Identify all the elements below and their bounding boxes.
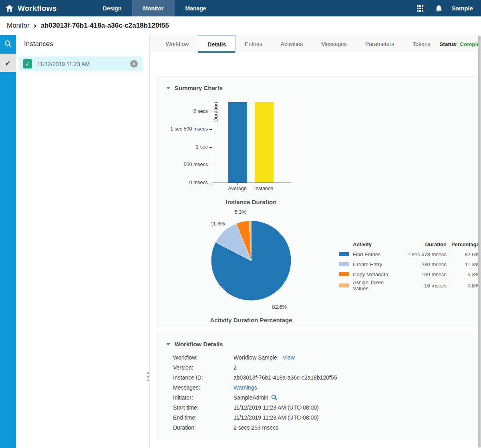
instance-list-item[interactable]: ✓ 11/12/2019 11:23 AM ✕	[19, 56, 143, 71]
legend-duration: 1 sec 678 msecs	[394, 251, 447, 257]
checkmark-icon: ✓	[5, 58, 11, 67]
nav-item-manage[interactable]: Manage	[175, 0, 217, 16]
breadcrumb-instance-id: ab03013f-76b1-418a-a36c-c2a18b120f55	[41, 22, 169, 30]
legend-percentage: 82.6%	[447, 251, 479, 257]
summary-charts-header[interactable]: Summary Charts	[158, 77, 477, 91]
pie-slice-label: 5.3%	[234, 209, 246, 215]
legend-swatch-assign-token-values	[339, 283, 349, 287]
warnings-link[interactable]: Warnings	[233, 384, 257, 391]
pie-slice-label: 11.3%	[211, 221, 225, 227]
legend-percentage: 11.3%	[447, 261, 479, 267]
detail-value: 2	[233, 364, 237, 371]
detail-value-text: 2	[233, 364, 237, 371]
legend-header-percentage: Percentage	[447, 241, 479, 247]
detail-tab-bar: Workflow Details Entries Activities Mess…	[150, 35, 481, 53]
legend-swatch-cell	[339, 251, 353, 257]
bar-chart-title: Instance Duration	[163, 199, 339, 205]
instance-duration-bar-chart: Duration 0 msecs500 msecs1 sec1 sec 500 …	[163, 101, 339, 194]
notifications-bell-icon[interactable]	[435, 5, 442, 12]
bar-average	[228, 102, 247, 183]
legend-duration: 109 msecs	[394, 271, 447, 277]
legend-row-find-entries: Find Entries1 sec 678 msecs82.6%	[339, 249, 479, 259]
y-tick-label: 1 sec 500 msecs	[163, 126, 208, 132]
detail-value-text: 2 secs 253 msecs	[233, 424, 278, 431]
vertical-scrollbar	[478, 35, 481, 448]
panel-splitter[interactable]	[146, 35, 150, 448]
detail-value: ab03013f-76b1-418a-a36c-c2a18b120f55	[233, 374, 337, 381]
bar-chart-y-axis-label: Duration	[213, 102, 219, 122]
nav-item-design[interactable]: Design	[92, 0, 133, 16]
view-link[interactable]: View	[283, 354, 295, 361]
instance-timestamp: 11/12/2019 11:23 AM	[37, 61, 90, 67]
detail-value: Workflow SampleView	[233, 354, 295, 361]
left-toolbar-rail: ✓	[0, 35, 16, 448]
detail-value-text: Workflow Sample	[233, 354, 277, 361]
tab-tokens[interactable]: Tokens	[403, 35, 439, 53]
bar-chart-plot-area	[212, 101, 291, 183]
y-tick-label: 0 msecs	[163, 180, 208, 185]
x-tick-mark	[237, 183, 238, 185]
bar-instance	[255, 102, 274, 183]
summary-charts-title: Summary Charts	[175, 84, 223, 91]
detail-label: Messages:	[173, 384, 233, 391]
detail-row-start-time: Start time:11/12/2019 11:23 AM (UTC-08:0…	[158, 402, 477, 412]
legend-swatch-cell	[339, 271, 353, 277]
initiator-search-icon[interactable]	[271, 394, 278, 401]
scrollbar-thumb[interactable]	[478, 36, 481, 448]
detail-label: Initiator:	[173, 394, 233, 401]
search-icon	[4, 40, 12, 49]
search-tool-button[interactable]	[0, 35, 16, 54]
y-tick-mark	[209, 129, 212, 130]
workflow-details-header[interactable]: Workflow Details	[158, 333, 477, 348]
detail-value: SampleAdmin	[233, 394, 278, 401]
instance-checkbox[interactable]: ✓	[23, 59, 32, 68]
legend-duration: 16 msecs	[394, 283, 447, 289]
legend-swatch-find-entries	[339, 252, 349, 256]
remove-instance-icon[interactable]: ✕	[130, 60, 138, 68]
y-tick-mark	[209, 147, 212, 148]
app-grid-icon[interactable]	[417, 5, 423, 12]
detail-value-text: 11/12/2019 11:23 AM (UTC-08:00)	[233, 414, 319, 421]
nav-item-monitor[interactable]: Monitor	[132, 0, 174, 16]
x-axis-end-tick	[291, 183, 291, 185]
completed-filter-button[interactable]: ✓	[0, 54, 16, 72]
splitter-handle-icon[interactable]	[147, 372, 149, 383]
pie-slice-label: 82.6%	[272, 304, 287, 310]
collapse-caret-icon	[166, 87, 170, 89]
status-label: Status:	[440, 41, 458, 47]
breadcrumb-section[interactable]: Monitor	[7, 22, 30, 30]
tab-entries[interactable]: Entries	[235, 35, 272, 53]
tab-workflow[interactable]: Workflow	[157, 35, 198, 53]
legend-activity-name: Find Entries	[353, 251, 394, 257]
legend-percentage: 5.3%	[447, 271, 479, 277]
legend-row-copy-metadata: Copy Metadata109 msecs5.3%	[339, 269, 479, 279]
detail-row-version: Version:2	[158, 362, 477, 372]
legend-activity-name: Create Entry	[353, 261, 394, 267]
tab-parameters[interactable]: Parameters	[356, 35, 403, 53]
home-icon[interactable]	[6, 5, 13, 12]
top-navbar: Workflows Design Monitor Manage Sample	[0, 0, 481, 16]
detail-value-text: SampleAdmin	[233, 394, 268, 401]
detail-value: 11/12/2019 11:23 AM (UTC-08:00)	[233, 404, 319, 411]
detail-label: End time:	[173, 414, 233, 421]
tab-activities[interactable]: Activities	[272, 35, 312, 53]
detail-value: 2 secs 253 msecs	[233, 424, 278, 431]
tab-details[interactable]: Details	[198, 35, 235, 53]
legend-header-activity: Activity	[353, 241, 394, 247]
tab-messages[interactable]: Messages	[312, 35, 356, 53]
breadcrumb-separator-icon: ›	[34, 21, 37, 30]
breadcrumb: Monitor › ab03013f-76b1-418a-a36c-c2a18b…	[0, 16, 481, 35]
detail-row-end-time: End time:11/12/2019 11:23 AM (UTC-08:00)	[158, 412, 477, 422]
user-menu[interactable]: Sample	[452, 5, 473, 12]
pie-chart-title: Activity Duration Percentage	[163, 317, 339, 323]
x-axis-end-tick	[212, 183, 212, 185]
legend-swatch-cell	[339, 261, 353, 267]
legend-header-row: ActivityDurationPercentage	[339, 239, 479, 249]
summary-charts-panel: Summary Charts Duration 0 msecs500 msecs…	[157, 76, 477, 327]
x-label-instance: Instance	[248, 186, 280, 191]
detail-label: Version:	[173, 364, 233, 371]
collapse-caret-icon	[166, 343, 170, 346]
status-badge: Status: Completed	[440, 35, 481, 53]
legend-row-assign-token-values: Assign Token Values16 msecs0.8%	[339, 279, 479, 289]
detail-value: 11/12/2019 11:23 AM (UTC-08:00)	[233, 414, 319, 421]
